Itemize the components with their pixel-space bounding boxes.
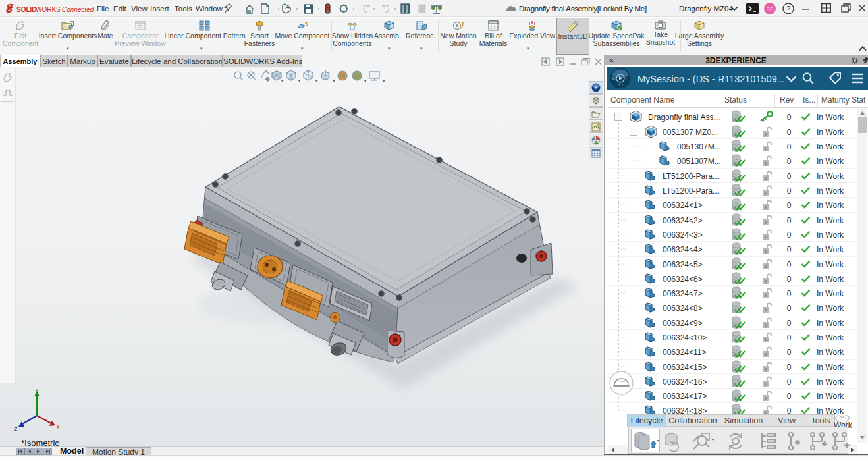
- svg-text:3D: 3D: [612, 77, 616, 80]
- svg-text:Connected: Connected: [62, 6, 94, 13]
- svg-text:SS: SS: [766, 6, 774, 13]
- svg-text:z: z: [14, 425, 18, 432]
- svg-text:SOLID: SOLID: [16, 6, 37, 13]
- svg-text:x: x: [57, 423, 60, 430]
- svg-text:5.2: 5.2: [618, 83, 623, 87]
- svg-text:?: ?: [786, 5, 790, 13]
- svg-text:WORKS: WORKS: [36, 6, 61, 13]
- svg-text:Y: Y: [35, 387, 39, 394]
